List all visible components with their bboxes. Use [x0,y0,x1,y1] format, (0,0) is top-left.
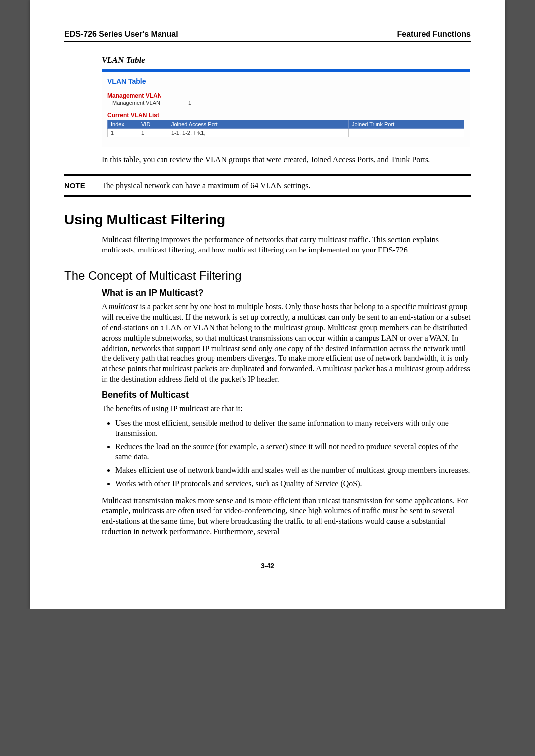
vlan-panel-title: VLAN Table [107,77,464,85]
vlan-description: In this table, you can review the VLAN g… [102,155,471,165]
p1-em-multicast: multicast [109,302,138,311]
benefits-list: Uses the most efficient, sensible method… [102,418,471,489]
table-header-row: Index VID Joined Access Port Joined Trun… [108,120,464,129]
list-item: Makes efficient use of network bandwidth… [115,465,471,476]
header-left: EDS-726 Series User's Manual [64,30,178,39]
col-vid: VID [138,120,168,129]
p1-em-one: one [274,344,286,353]
note-label: NOTE [64,181,102,190]
table-row: 1 1 1-1, 1-2, Trk1, [108,129,464,137]
benefits-intro: The benefits of using IP multicast are t… [102,404,471,414]
closing-para: Multicast transmission makes more sense … [102,496,471,537]
list-item: Uses the most efficient, sensible method… [115,418,471,439]
col-trunk-port: Joined Trunk Port [349,120,464,129]
page-number: 3-42 [64,562,471,570]
list-item: Reduces the load on the source (for exam… [115,442,471,462]
what-is-multicast-para: A multicast is a packet sent by one host… [102,302,471,384]
h3-benefits: Benefits of Multicast [102,390,471,400]
cell-index: 1 [108,129,138,137]
col-index: Index [108,120,138,129]
vlan-table: Index VID Joined Access Port Joined Trun… [107,120,464,137]
mgmt-vlan-value: 1 [188,100,191,106]
vlan-italic-title: VLAN Table [102,55,471,65]
mgmt-vlan-heading: Management VLAN [107,92,464,99]
current-vlan-list-heading: Current VLAN List [107,112,464,119]
document-page: EDS-726 Series User's Manual Featured Fu… [30,0,505,609]
h1-intro-para: Multicast filtering improves the perform… [102,235,471,255]
note-box: NOTE The physical network can have a max… [64,174,471,197]
vlan-panel: VLAN Table Management VLAN Management VL… [102,69,470,147]
mgmt-vlan-label: Management VLAN [112,100,160,106]
cell-trunk [349,129,464,137]
vlan-section: VLAN Table VLAN Table Management VLAN Ma… [102,55,471,165]
page-header: EDS-726 Series User's Manual Featured Fu… [64,30,471,42]
note-text: The physical network can have a maximum … [102,181,310,190]
h3-what-is-multicast: What is an IP Multicast? [102,288,471,298]
content-area: EDS-726 Series User's Manual Featured Fu… [64,30,471,570]
list-item: Works with other IP protocols and servic… [115,479,471,489]
header-right: Featured Functions [397,30,471,39]
cell-vid: 1 [138,129,168,137]
cell-access: 1-1, 1-2, Trk1, [168,129,349,137]
h2-concept: The Concept of Multicast Filtering [64,269,471,283]
h1-using-multicast: Using Multicast Filtering [64,212,471,228]
mgmt-vlan-row: Management VLAN 1 [112,100,464,106]
col-access-port: Joined Access Port [168,120,349,129]
p1-pre: A [102,302,109,311]
